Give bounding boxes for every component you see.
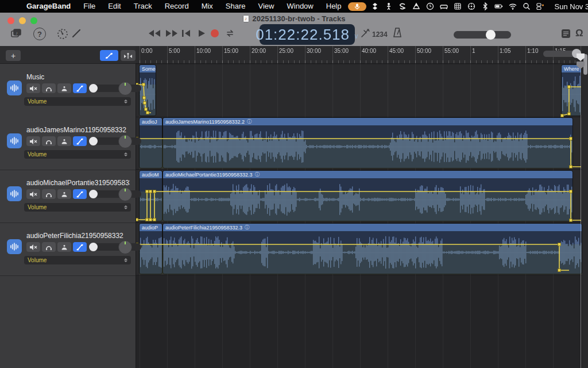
horizontal-zoom-slider[interactable] xyxy=(543,51,580,57)
fast-forward-button[interactable] xyxy=(165,29,178,37)
automation-node[interactable] xyxy=(568,113,571,116)
menu-item-track[interactable]: Track xyxy=(127,0,158,13)
automation-node[interactable] xyxy=(149,190,152,193)
master-volume-slider[interactable] xyxy=(454,31,511,39)
track-header-2[interactable]: audioJamesMarino11950958332Volume xyxy=(0,117,136,170)
mute-button[interactable] xyxy=(26,242,40,252)
track-volume-slider[interactable] xyxy=(88,243,141,251)
wifi-icon[interactable] xyxy=(508,2,518,11)
note-pad-button[interactable] xyxy=(560,28,571,39)
automation-node[interactable] xyxy=(558,269,561,272)
bluetooth-icon[interactable] xyxy=(481,2,490,11)
pan-knob[interactable] xyxy=(118,82,132,95)
tuning-fork-icon[interactable] xyxy=(359,28,371,39)
input-monitor-button[interactable] xyxy=(57,189,71,199)
track-volume-slider[interactable] xyxy=(88,137,141,145)
time-ruler[interactable]: 0:005:0010:0015:0020:0025:0030:0035:0040… xyxy=(136,46,582,64)
mic-pill[interactable] xyxy=(348,2,366,11)
track-header-1[interactable]: MusicVolume xyxy=(0,64,136,118)
solo-button[interactable] xyxy=(42,136,56,146)
chevron-down-icon[interactable]: ∨ xyxy=(354,32,359,40)
input-monitor-button[interactable] xyxy=(57,136,71,146)
mute-button[interactable] xyxy=(26,83,40,93)
menu-item-garageband[interactable]: GarageBand xyxy=(20,0,77,13)
track-volume-slider[interactable] xyxy=(88,85,141,92)
automation-parameter-select[interactable]: Volume xyxy=(24,256,131,264)
menu-item-edit[interactable]: Edit xyxy=(102,0,127,13)
rewind-button[interactable] xyxy=(148,29,161,37)
input-monitor-button[interactable] xyxy=(57,83,71,93)
automation-node[interactable] xyxy=(570,190,572,193)
mute-button[interactable] xyxy=(26,189,40,199)
automation-node[interactable] xyxy=(568,86,571,89)
track-automation-button[interactable] xyxy=(73,242,87,252)
track-automation-button[interactable] xyxy=(73,83,87,93)
track-automation-button[interactable] xyxy=(73,189,87,199)
go-to-beginning-button[interactable] xyxy=(181,29,191,37)
record-button[interactable] xyxy=(210,29,219,38)
person-circle-icon[interactable] xyxy=(467,2,477,11)
automation-node[interactable] xyxy=(146,218,149,221)
add-track-button[interactable]: + xyxy=(6,50,21,61)
automation-node[interactable] xyxy=(153,218,156,221)
tiles-icon[interactable] xyxy=(536,2,546,11)
count-in-button[interactable]: 1234 xyxy=(372,30,388,39)
metronome-button[interactable] xyxy=(392,27,403,39)
automation-node[interactable] xyxy=(146,112,149,114)
pan-knob[interactable] xyxy=(118,187,132,201)
menu-item-mix[interactable]: Mix xyxy=(195,0,219,13)
automation-node[interactable] xyxy=(149,218,152,221)
menu-clock[interactable]: Sun Nov 30 11:59 AM xyxy=(555,2,588,11)
solo-button[interactable] xyxy=(42,189,56,199)
track-header-4[interactable]: audioPeterFilichia21950958332Volume xyxy=(0,223,136,276)
track-volume-knob[interactable] xyxy=(89,190,98,198)
tuner-button[interactable] xyxy=(56,28,69,40)
battery-icon[interactable] xyxy=(494,2,504,11)
figure-icon[interactable] xyxy=(384,2,394,11)
clock-icon[interactable] xyxy=(425,2,435,11)
track-automation-button[interactable] xyxy=(73,136,87,146)
solo-button[interactable] xyxy=(42,242,56,252)
automation-node[interactable] xyxy=(143,97,146,99)
close-button[interactable] xyxy=(7,17,14,24)
solo-button[interactable] xyxy=(42,83,56,93)
track-volume-knob[interactable] xyxy=(89,84,98,93)
track-volume-knob[interactable] xyxy=(89,137,98,145)
vertical-scrollbar[interactable] xyxy=(582,46,588,368)
menu-item-file[interactable]: File xyxy=(77,0,102,13)
automation-parameter-select[interactable]: Volume xyxy=(24,150,131,159)
menu-item-view[interactable]: View xyxy=(252,0,281,13)
grid-icon[interactable] xyxy=(453,2,463,11)
loop-browser-button[interactable]: Ω xyxy=(575,28,583,39)
automation-node[interactable] xyxy=(145,108,148,111)
menu-item-record[interactable]: Record xyxy=(158,0,195,13)
automation-node[interactable] xyxy=(144,102,146,105)
menu-item-window[interactable]: Window xyxy=(281,0,320,13)
triangle-icon[interactable] xyxy=(412,2,421,11)
automation-node[interactable] xyxy=(142,83,145,86)
minimize-button[interactable] xyxy=(19,17,26,24)
dropbox-icon[interactable] xyxy=(370,2,380,11)
s-icon[interactable] xyxy=(398,2,408,11)
automation-node[interactable] xyxy=(570,219,572,222)
quick-help-button[interactable]: ? xyxy=(33,28,46,40)
automation-parameter-select[interactable]: Volume xyxy=(24,97,131,106)
track-volume-slider[interactable] xyxy=(88,190,141,198)
bed-icon[interactable] xyxy=(439,2,449,11)
play-button[interactable] xyxy=(198,29,206,37)
mute-button[interactable] xyxy=(26,136,40,146)
library-button[interactable]: ♪ xyxy=(9,26,23,40)
track-volume-knob[interactable] xyxy=(89,243,98,251)
catch-playhead-button[interactable] xyxy=(121,50,136,61)
track-header-3[interactable]: audioMichaelPortantie31950958332Volume xyxy=(0,170,136,223)
menu-item-share[interactable]: Share xyxy=(219,0,252,13)
master-volume-knob[interactable] xyxy=(486,30,496,40)
automation-node[interactable] xyxy=(146,190,149,193)
search-icon[interactable] xyxy=(522,2,532,11)
automation-node[interactable] xyxy=(561,114,564,117)
pan-knob[interactable] xyxy=(118,240,132,254)
automation-node[interactable] xyxy=(558,243,561,246)
automation-node[interactable] xyxy=(153,190,156,193)
zoom-button[interactable] xyxy=(30,17,37,24)
pan-knob[interactable] xyxy=(118,135,132,148)
